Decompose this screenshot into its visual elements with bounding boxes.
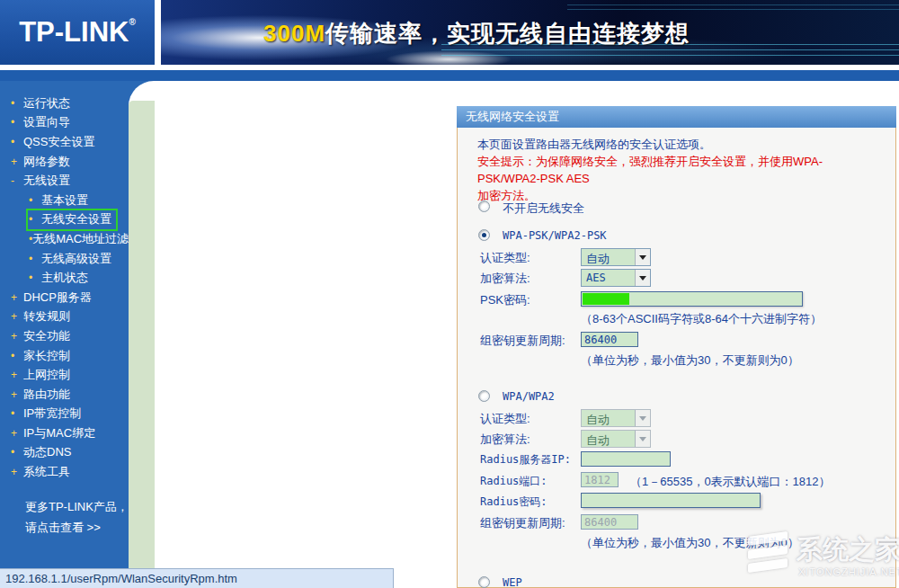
- sidebar-item-security-functions[interactable]: +安全功能: [0, 326, 129, 346]
- expand-icon: +: [11, 310, 23, 323]
- group-key-hint: （单位为秒，最小值为30，不更新则为0）: [581, 352, 799, 369]
- sidebar-item-forwarding-rules[interactable]: +转发规则: [0, 307, 129, 327]
- wpa-auth-type-label: 认证类型:: [480, 411, 530, 427]
- sidebar-item-qss-security[interactable]: •QSS安全设置: [0, 132, 129, 152]
- green-strip-decoration: [129, 101, 155, 588]
- bullet-icon: •: [29, 213, 41, 226]
- banner-image: 300M传输速率，实现无线自由连接梦想: [161, 0, 899, 65]
- radius-ip-input[interactable]: [581, 451, 671, 467]
- radio-no-security-label[interactable]: 不开启无线安全: [503, 200, 584, 217]
- promo-line2: 请点击查看 >>: [25, 517, 129, 538]
- sidebar-item-ip-bandwidth-control[interactable]: •IP带宽控制: [0, 405, 129, 424]
- bullet-icon: •: [11, 446, 23, 459]
- radius-password-label: Radius密码:: [480, 494, 547, 510]
- sidebar-item-running-status[interactable]: •运行状态: [0, 94, 129, 113]
- psk-password-input[interactable]: [581, 291, 803, 307]
- encryption-select[interactable]: AES: [581, 269, 651, 287]
- watermark-logo-icon: [743, 529, 795, 579]
- dropdown-button[interactable]: [635, 249, 650, 265]
- banner-slogan: 300M传输速率，实现无线自由连接梦想: [263, 18, 690, 49]
- wireless-security-panel: 无线网络安全设置 本页面设置路由器无线网络的安全认证选项。 安全提示：为保障网络…: [457, 106, 896, 588]
- auth-type-label: 认证类型:: [480, 250, 530, 266]
- warning-line1: 安全提示：为保障网络安全，强烈推荐开启安全设置，并使用WPA-PSK/WPA2-…: [477, 155, 823, 185]
- bullet-icon: •: [11, 97, 23, 110]
- sidebar-item-routing-functions[interactable]: +路由功能: [0, 385, 129, 405]
- expand-icon: +: [11, 388, 23, 401]
- panel-body: 本页面设置路由器无线网络的安全认证选项。 安全提示：为保障网络安全，强烈推荐开启…: [457, 128, 896, 588]
- sidebar-item-ip-mac-binding[interactable]: +IP与MAC绑定: [0, 423, 129, 443]
- logo-text: TP-LINK: [19, 16, 129, 48]
- dropdown-button-disabled: [635, 410, 650, 426]
- psk-password-label: PSK密码:: [480, 292, 530, 308]
- radius-port-hint: （1－65535，0表示默认端口：1812）: [630, 474, 831, 490]
- expand-icon: +: [11, 291, 23, 304]
- radio-wpa-psk-label[interactable]: WPA-PSK/WPA2-PSK: [503, 229, 607, 242]
- bullet-icon: •: [29, 194, 41, 207]
- banner-slogan-rest: 传输速率，实现无线自由连接梦想: [325, 20, 690, 47]
- chevron-down-icon: [639, 255, 646, 260]
- radio-wpa-label[interactable]: WPA/WPA2: [503, 390, 555, 403]
- top-divider-bar: [0, 70, 899, 81]
- expand-icon: +: [11, 330, 23, 343]
- tplink-logo: TP-LINK®: [0, 0, 155, 65]
- group-key-label: 组密钥更新周期:: [480, 333, 565, 349]
- sidebar-item-wireless-security[interactable]: •无线安全设置: [0, 210, 129, 230]
- radius-password-input[interactable]: [581, 493, 761, 508]
- sidebar-item-dhcp-server[interactable]: +DHCP服务器: [0, 288, 129, 307]
- wpa-encryption-select: 自动: [581, 430, 651, 448]
- auth-type-select[interactable]: 自动: [581, 248, 651, 266]
- panel-header: 无线网络安全设置: [457, 106, 896, 128]
- group-key-input[interactable]: [581, 332, 638, 347]
- sidebar-item-wireless-advanced[interactable]: •无线高级设置: [0, 249, 129, 269]
- security-warning: 安全提示：为保障网络安全，强烈推荐开启安全设置，并使用WPA-PSK/WPA2-…: [477, 153, 884, 204]
- collapse-icon: -: [11, 174, 23, 187]
- dropdown-button[interactable]: [635, 270, 650, 286]
- chevron-down-icon: [639, 437, 646, 441]
- auth-type-value: 自动: [586, 251, 610, 267]
- panel-title: 无线网络安全设置: [466, 109, 559, 125]
- bullet-icon: •: [11, 136, 23, 148]
- sidebar-item-setup-wizard[interactable]: •设置向导: [0, 113, 129, 133]
- sidebar-item-system-tools[interactable]: +系统工具: [0, 462, 129, 482]
- radio-wpa[interactable]: [478, 390, 490, 402]
- sidebar-item-parental-control[interactable]: •家长控制: [0, 346, 129, 366]
- sidebar-item-network-params[interactable]: +网络参数: [0, 152, 129, 172]
- dropdown-button-disabled: [635, 431, 650, 447]
- registered-mark: ®: [129, 17, 135, 27]
- bullet-icon: •: [11, 407, 23, 420]
- psk-password-selection: [583, 293, 629, 305]
- sidebar-item-wireless-settings[interactable]: -无线设置: [0, 171, 129, 191]
- bullet-icon: •: [11, 350, 23, 362]
- radius-port-input: [581, 472, 619, 487]
- psk-password-hint: （8-63个ASCII码字符或8-64个十六进制字符）: [581, 311, 822, 327]
- more-products-link[interactable]: 更多TP-LINK产品， 请点击查看 >>: [25, 496, 129, 538]
- wpa-group-key-input: [581, 514, 638, 530]
- radio-no-security[interactable]: [478, 200, 490, 212]
- bullet-icon: •: [11, 116, 23, 129]
- sidebar: •运行状态 •设置向导 •QSS安全设置 +网络参数 -无线设置 •基本设置 •…: [0, 81, 129, 588]
- sidebar-item-basic-settings[interactable]: •基本设置: [0, 191, 129, 210]
- sidebar-menu: •运行状态 •设置向导 •QSS安全设置 +网络参数 -无线设置 •基本设置 •…: [0, 94, 129, 482]
- sidebar-item-internet-access-control[interactable]: +上网控制: [0, 365, 129, 385]
- bullet-icon: •: [29, 253, 41, 265]
- wpa-group-key-label: 组密钥更新周期:: [480, 515, 565, 531]
- radio-wep[interactable]: [478, 576, 490, 588]
- radius-ip-label: Radius服务器IP:: [480, 452, 571, 468]
- expand-icon: +: [11, 369, 23, 381]
- watermark-subtitle: XITONGZHIJIA.NET: [798, 566, 899, 577]
- wpa-auth-type-value: 自动: [586, 412, 610, 428]
- banner-slogan-highlight: 300M: [263, 20, 325, 47]
- expand-icon: +: [11, 427, 23, 440]
- banner-streaks-decoration-top: [567, 3, 899, 12]
- sidebar-item-dynamic-dns[interactable]: •动态DNS: [0, 443, 129, 463]
- bullet-icon: •: [29, 272, 41, 284]
- radio-wep-label[interactable]: WEP: [503, 576, 522, 588]
- chevron-down-icon: [639, 276, 646, 281]
- radio-wpa-psk[interactable]: [478, 229, 490, 241]
- sidebar-item-host-status[interactable]: •主机状态: [0, 268, 129, 288]
- intro-text: 本页面设置路由器无线网络的安全认证选项。: [477, 137, 711, 153]
- encryption-value: AES: [586, 272, 606, 284]
- sidebar-item-wireless-mac-filter[interactable]: •无线MAC地址过滤: [0, 229, 129, 249]
- xitongzhijia-watermark: 系统之家 XITONGZHIJIA.NET: [743, 527, 899, 588]
- watermark-title: 系统之家: [797, 532, 899, 568]
